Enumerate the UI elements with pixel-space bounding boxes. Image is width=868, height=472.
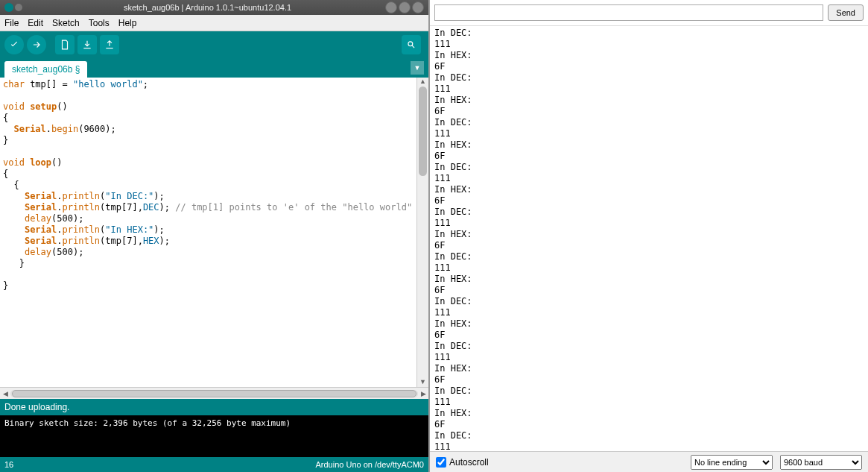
open-button[interactable] [77,35,97,54]
new-button[interactable] [55,35,75,54]
minimize-button[interactable] [385,1,397,13]
autoscroll-input[interactable] [436,457,446,468]
maximize-button[interactable] [399,1,411,13]
tab-menu-button[interactable]: ▼ [411,61,424,75]
vertical-scrollbar[interactable]: ▲ ▼ [416,78,428,387]
code-editor[interactable]: char tmp[] = "hello world"; void setup()… [0,78,416,387]
toolbar [0,31,428,58]
window-titlebar: sketch_aug06b | Arduino 1.0.1~ubuntu12.0… [0,0,428,15]
save-button[interactable] [100,35,119,54]
autoscroll-checkbox[interactable]: Autoscroll [436,457,489,468]
svg-point-0 [408,42,413,46]
line-number: 16 [4,460,13,469]
menu-edit[interactable]: Edit [28,18,43,28]
menu-tools[interactable]: Tools [89,18,110,28]
status-bar: Done uploading. [0,399,428,415]
baud-select[interactable]: 9600 baud [780,455,862,470]
menu-sketch[interactable]: Sketch [52,18,80,28]
menu-bar: File Edit Sketch Tools Help [0,15,428,31]
serial-monitor-window: Send In DEC: 111 In HEX: 6F In DEC: 111 … [428,0,868,472]
arduino-ide-window: sketch_aug06b | Arduino 1.0.1~ubuntu12.0… [0,0,428,472]
arduino-logo-icon [4,3,13,12]
menu-help[interactable]: Help [118,18,137,28]
board-info: Arduino Uno on /dev/ttyACM0 [315,460,424,469]
console-output: Binary sketch size: 2,396 bytes (of a 32… [0,415,428,457]
horizontal-scrollbar[interactable]: ◀ ▶ [0,387,428,399]
menu-file[interactable]: File [4,18,19,28]
serial-monitor-button[interactable] [402,35,421,54]
serial-input[interactable] [434,4,823,21]
app-menu-icon[interactable] [15,4,22,11]
close-button[interactable] [412,1,424,13]
window-title: sketch_aug06b | Arduino 1.0.1~ubuntu12.0… [30,3,385,12]
footer-bar: 16 Arduino Uno on /dev/ttyACM0 [0,457,428,472]
verify-button[interactable] [4,35,24,54]
serial-output[interactable]: In DEC: 111 In HEX: 6F In DEC: 111 In HE… [430,26,868,451]
send-button[interactable]: Send [828,4,864,21]
tab-bar: sketch_aug06b § ▼ [0,58,428,78]
upload-button[interactable] [27,35,46,54]
sketch-tab[interactable]: sketch_aug06b § [4,61,87,78]
line-ending-select[interactable]: No line ending [691,455,773,470]
